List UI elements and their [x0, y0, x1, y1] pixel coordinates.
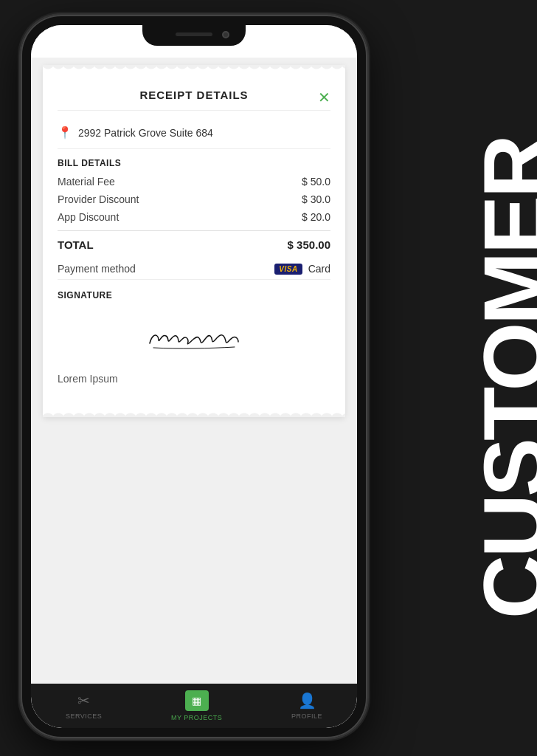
signature-section: SIGNATURE Lorem Ipsum: [58, 290, 330, 388]
bill-label-app: App Discount: [58, 211, 119, 223]
notch-camera: [222, 31, 229, 38]
divider-total: [58, 230, 330, 231]
payment-label: Payment method: [58, 263, 136, 275]
nav-label-profile: PROFILE: [291, 712, 322, 720]
total-row: TOTAL $ 350.00: [58, 238, 330, 251]
signature-image: [135, 315, 253, 360]
myprojects-icon: ▦: [192, 695, 201, 707]
receipt-inner: RECEIPT DETAILS ✕ 📍 2992 Patrick Grove S…: [43, 75, 345, 407]
bill-row-app: App Discount $ 20.0: [58, 211, 330, 223]
notch-speaker: [176, 32, 212, 36]
signature-area: [58, 308, 330, 367]
bill-row-material: Material Fee $ 50.0: [58, 176, 330, 188]
bill-label-material: Material Fee: [58, 176, 115, 188]
nav-item-profile[interactable]: 👤 PROFILE: [291, 692, 322, 720]
phone-notch: [142, 25, 246, 46]
phone-shell: RECEIPT DETAILS ✕ 📍 2992 Patrick Grove S…: [21, 15, 367, 738]
bill-amount-app: $ 20.0: [302, 211, 330, 223]
total-amount: $ 350.00: [288, 238, 330, 251]
lorem-text: Lorem Ipsum: [58, 373, 330, 388]
receipt-title: RECEIPT DETAILS: [139, 89, 248, 101]
card-text: Card: [308, 263, 330, 275]
close-button[interactable]: ✕: [318, 89, 330, 106]
bill-details-label: BILL DETAILS: [58, 158, 330, 168]
phone-screen: RECEIPT DETAILS ✕ 📍 2992 Patrick Grove S…: [31, 25, 357, 728]
receipt-header: RECEIPT DETAILS ✕: [58, 83, 330, 111]
bill-row-provider: Provider Discount $ 30.0: [58, 193, 330, 205]
profile-icon: 👤: [298, 692, 316, 709]
visa-badge: VISA: [274, 264, 302, 275]
myprojects-icon-box: ▦: [185, 690, 209, 711]
bill-amount-material: $ 50.0: [302, 176, 330, 188]
bill-label-provider: Provider Discount: [58, 193, 139, 205]
nav-item-myprojects[interactable]: ▦ MY PROJECTS: [171, 690, 222, 721]
location-icon: 📍: [58, 126, 72, 140]
nav-label-myprojects: MY PROJECTS: [171, 714, 222, 721]
total-label: TOTAL: [58, 238, 94, 251]
payment-row: Payment method VISA Card: [58, 258, 330, 280]
receipt-paper: RECEIPT DETAILS ✕ 📍 2992 Patrick Grove S…: [43, 65, 345, 417]
address-text: 2992 Patrick Grove Suite 684: [78, 127, 213, 139]
screen-content: RECEIPT DETAILS ✕ 📍 2992 Patrick Grove S…: [31, 58, 357, 684]
payment-right: VISA Card: [274, 263, 330, 275]
bottom-nav: ✂ SERVICES ▦ MY PROJECTS 👤 PROFILE: [31, 684, 357, 728]
bill-amount-provider: $ 30.0: [302, 193, 330, 205]
signature-label: SIGNATURE: [58, 290, 330, 300]
nav-label-services: SERVICES: [66, 712, 102, 720]
nav-item-services[interactable]: ✂ SERVICES: [66, 692, 102, 720]
services-icon: ✂: [77, 692, 90, 709]
address-row: 📍 2992 Patrick Grove Suite 684: [58, 120, 330, 149]
customer-watermark: CUSTOMER: [471, 137, 537, 619]
